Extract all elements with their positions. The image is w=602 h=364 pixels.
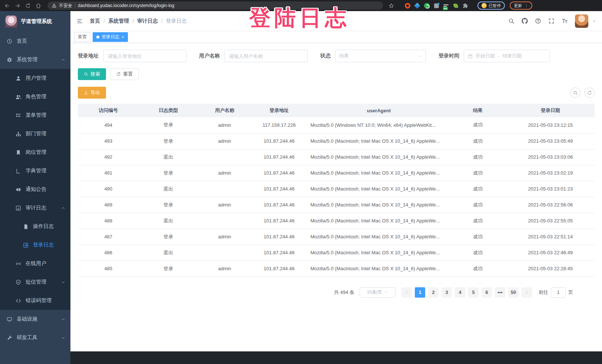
page-button-3[interactable]: 3 <box>441 287 452 298</box>
username-input[interactable] <box>224 50 308 62</box>
fullscreen-icon[interactable] <box>548 18 555 24</box>
sidebar-item-audit-log[interactable]: 审计日志 <box>0 199 70 217</box>
cell-user: admin <box>198 261 251 277</box>
extension-icon[interactable] <box>453 3 459 8</box>
sidebar-item-operate-log[interactable]: 操作日志 <box>0 217 70 236</box>
sidebar-item-label: 错误码管理 <box>26 297 52 304</box>
table-row: 490退出101.87.244.46Mozilla/5.0 (Macintosh… <box>78 181 595 197</box>
cell-result: 成功 <box>449 149 506 165</box>
sidebar-item-errcode-mgmt[interactable]: 错误码管理 <box>0 291 70 310</box>
chevron-down-icon <box>61 280 65 284</box>
sidebar-item-online-user[interactable]: 在线用户 <box>0 254 70 273</box>
bookmark-star-icon[interactable] <box>388 3 394 9</box>
cell-agent: Mozilla/5.0 (Macintosh; Intel Mac OS X 1… <box>307 197 450 213</box>
app-logo-row[interactable]: 芋道管理系统 <box>0 11 70 32</box>
table-row: 489登录admin101.87.244.46Mozilla/5.0 (Maci… <box>78 197 595 213</box>
doc-icon <box>23 224 29 229</box>
login-time-range-picker[interactable]: 开始日期 - 结束日期 <box>464 50 550 62</box>
profile-status-label: 已暂停 <box>489 3 501 9</box>
close-icon[interactable]: × <box>122 35 124 39</box>
hamburger-icon[interactable] <box>76 18 83 24</box>
page-ellipsis[interactable]: ••• <box>495 287 505 298</box>
extension-icon[interactable] <box>414 3 420 9</box>
extension-icon[interactable]: on <box>443 3 449 9</box>
cell-ip: 101.87.244.46 <box>251 181 307 197</box>
goto-page-input[interactable] <box>551 287 566 298</box>
monitor-icon <box>7 317 12 322</box>
shield-icon <box>16 279 21 285</box>
warning-icon <box>52 3 56 8</box>
tab-login-log[interactable]: 登录日志 × <box>93 32 128 42</box>
sidebar-item-label: 系统管理 <box>17 56 37 63</box>
cell-ip: 101.87.244.46 <box>251 197 307 213</box>
sidebar-item-label: 岗位管理 <box>26 149 46 156</box>
search-button[interactable]: 搜索 <box>78 68 106 80</box>
column-header-ip: 登录地址 <box>251 104 307 117</box>
sidebar-item-menu-mgmt[interactable]: 菜单管理 <box>0 106 70 125</box>
cell-ip: 101.87.244.46 <box>251 245 307 261</box>
status-select[interactable]: 结果 <box>335 50 426 62</box>
column-header-agent: userAgent <box>307 104 450 117</box>
refresh-table-button[interactable] <box>584 87 595 98</box>
cell-id: 489 <box>78 197 139 213</box>
sidebar-item-devtools[interactable]: 研发工具 <box>0 328 70 347</box>
sidebar-item-label: 用户管理 <box>26 75 46 82</box>
profile-chip[interactable]: 已暂停 <box>477 1 505 10</box>
cell-ip: 101.87.244.46 <box>251 133 307 149</box>
export-button[interactable]: 导出 <box>78 87 106 99</box>
page-button-5[interactable]: 5 <box>468 287 479 298</box>
toggle-search-button[interactable] <box>570 87 580 98</box>
page-button-4[interactable]: 4 <box>455 287 465 298</box>
extension-icon[interactable] <box>424 3 430 9</box>
reset-button[interactable]: 重置 <box>110 68 139 80</box>
cell-result: 成功 <box>449 133 506 149</box>
help-icon[interactable] <box>535 18 541 24</box>
page-button-2[interactable]: 2 <box>428 287 439 298</box>
sidebar-item-home[interactable]: 首页 <box>0 32 70 50</box>
sidebar-item-sms-mgmt[interactable]: 短信管理 <box>0 273 70 291</box>
sidebar-item-system[interactable]: 系统管理 <box>0 50 70 69</box>
prev-page-button[interactable] <box>401 287 412 298</box>
log-icon <box>16 205 21 211</box>
puzzle-icon[interactable] <box>463 3 468 9</box>
login-address-input[interactable] <box>103 50 186 62</box>
home-icon[interactable] <box>36 3 41 9</box>
sidebar-item-label: 在线用户 <box>26 260 46 267</box>
page-size-select[interactable]: 10条/页 <box>360 287 396 298</box>
caret-down-icon[interactable] <box>592 19 596 23</box>
breadcrumb-item[interactable]: 审计日志 <box>137 18 158 24</box>
page-button-1[interactable]: 1 <box>415 287 425 298</box>
extension-icon[interactable] <box>405 3 410 9</box>
forward-icon[interactable] <box>15 3 20 9</box>
extensions-row: on <box>405 3 468 9</box>
sidebar-item-notice[interactable]: 通知公告 <box>0 180 70 199</box>
back-icon[interactable] <box>4 3 10 9</box>
chevron-up-icon <box>61 58 65 62</box>
total-count: 共 494 条 <box>334 289 354 296</box>
breadcrumb-item[interactable]: 系统管理 <box>108 18 129 24</box>
sidebar-item-dept-mgmt[interactable]: 部门管理 <box>0 125 70 143</box>
next-page-button[interactable] <box>522 287 532 298</box>
sidebar-item-login-log[interactable]: 登录日志 <box>0 236 70 254</box>
sidebar-item-user-mgmt[interactable]: 用户管理 <box>0 69 70 87</box>
breadcrumb-item[interactable]: 首页 <box>90 18 100 24</box>
sidebar-item-dict-mgmt[interactable]: 字典管理 <box>0 162 70 180</box>
github-icon[interactable] <box>522 18 528 24</box>
page-button-6[interactable]: 6 <box>482 287 492 298</box>
user-avatar[interactable] <box>575 14 588 28</box>
sidebar-item-role-mgmt[interactable]: 角色管理 <box>0 87 70 106</box>
cell-result: 成功 <box>449 165 506 181</box>
cell-result: 成功 <box>449 245 506 261</box>
cell-date: 2021-05-03 23:01:23 <box>506 181 595 197</box>
extension-icon[interactable] <box>434 3 439 8</box>
update-button[interactable]: 更新 <box>510 1 532 10</box>
tab-home[interactable]: 首页 <box>74 32 90 42</box>
gear-icon <box>7 57 12 63</box>
reload-icon[interactable] <box>25 3 31 9</box>
font-size-icon[interactable] <box>562 18 568 24</box>
cell-agent: Mozilla/5.0 (Macintosh; Intel Mac OS X 1… <box>307 229 450 245</box>
search-icon[interactable] <box>508 18 515 24</box>
sidebar-item-post-mgmt[interactable]: 岗位管理 <box>0 143 70 162</box>
sidebar-item-infra[interactable]: 基础设施 <box>0 310 70 328</box>
page-button-50[interactable]: 50 <box>508 287 519 298</box>
